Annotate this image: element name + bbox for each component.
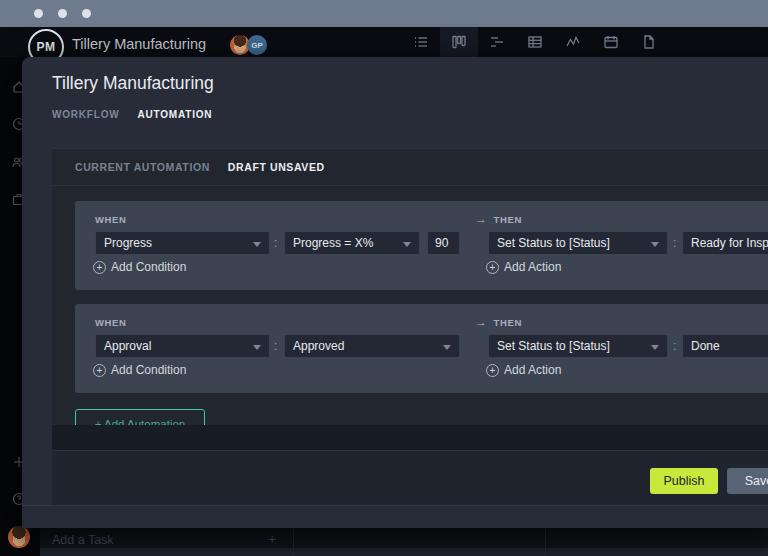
window-title-bar [0,0,768,27]
user-initials-avatar[interactable]: GP [247,35,267,55]
plus-circle-icon: + [93,364,106,377]
modal-tab-bar: WORKFLOW AUTOMATION [52,109,212,120]
add-condition-label: Add Condition [111,260,186,274]
column-divider [293,528,294,556]
then-label: → THEN [475,212,522,226]
automation-tab-bar: CURRENT AUTOMATION DRAFT UNSAVED [52,148,768,185]
action-value-dropdown[interactable]: Ready for Inspec [682,231,768,255]
window-control-dot[interactable] [34,9,43,18]
arrow-right-icon: → [475,315,488,329]
dropdown-value: Set Status to [Status] [497,236,626,250]
dropdown-value: Progress = X% [293,236,389,250]
tab-current-automation[interactable]: CURRENT AUTOMATION [75,161,210,173]
tab-automation[interactable]: AUTOMATION [138,109,213,120]
add-action-label: Add Action [504,363,561,377]
trigger-field-dropdown[interactable]: Approval [95,334,270,358]
trigger-condition-dropdown[interactable]: Approved [284,334,460,358]
chevron-down-icon [253,345,261,350]
automation-rule-card: WHEN Progress : Progress = X% + Add Cond… [75,201,768,290]
add-action-button[interactable]: + Add Action [486,363,561,377]
add-condition-button[interactable]: + Add Condition [93,260,186,274]
modal-bottom-strip [22,505,768,528]
when-label: WHEN [95,214,126,225]
dropdown-value: Approved [293,339,360,353]
publish-button[interactable]: Publish [650,468,718,494]
board-view-icon[interactable] [440,27,478,57]
action-type-dropdown[interactable]: Set Status to [Status] [488,231,668,255]
action-type-dropdown[interactable]: Set Status to [Status] [488,334,668,358]
separator: : [274,334,277,358]
files-icon[interactable] [630,27,668,57]
dropdown-value: Ready for Inspec [691,236,768,250]
dropdown-value: Set Status to [Status] [497,339,626,353]
dropdown-value: Done [691,339,736,353]
chevron-down-icon [253,242,261,247]
add-task-plus-icon[interactable]: + [268,531,276,547]
tab-workflow[interactable]: WORKFLOW [52,109,120,120]
when-label: WHEN [95,317,126,328]
then-text: THEN [494,214,522,225]
chevron-down-icon [651,242,659,247]
profile-avatar[interactable] [8,526,30,548]
window-control-dot[interactable] [82,9,91,18]
action-value-dropdown[interactable]: Done [682,334,768,358]
separator: : [673,231,676,255]
modal-footer: Publish Save [52,450,768,505]
add-task-button[interactable]: Add a Task [52,533,114,547]
save-button[interactable]: Save [727,468,768,494]
project-title-header: Tillery Manufacturing [72,36,206,52]
calendar-view-icon[interactable] [592,27,630,57]
arrow-right-icon: → [475,212,488,226]
add-action-label: Add Action [504,260,561,274]
then-text: THEN [494,317,522,328]
add-automation-button[interactable]: + Add Automation [75,409,205,425]
trigger-value-input[interactable] [427,231,460,255]
window-control-dot[interactable] [58,9,67,18]
add-condition-button[interactable]: + Add Condition [93,363,186,377]
table-view-icon[interactable] [516,27,554,57]
trigger-condition-dropdown[interactable]: Progress = X% [284,231,420,255]
plus-circle-icon: + [93,261,106,274]
dropdown-value: Progress [104,236,168,250]
add-condition-label: Add Condition [111,363,186,377]
trigger-field-dropdown[interactable]: Progress [95,231,270,255]
avatar-initials: GP [251,41,263,50]
automation-rules-panel: WHEN Progress : Progress = X% + Add Cond… [52,185,768,425]
gantt-view-icon[interactable] [478,27,516,57]
screen: PM Tillery Manufacturing GP [0,0,768,556]
add-action-button[interactable]: + Add Action [486,260,561,274]
chevron-down-icon [403,242,411,247]
board-background: Add a Task + [40,528,768,556]
separator: : [274,231,277,255]
view-switcher [402,27,668,57]
tab-draft-unsaved[interactable]: DRAFT UNSAVED [228,161,325,173]
dropdown-value: Approval [104,339,167,353]
column-divider [545,528,546,556]
panel-bottom-strip [52,425,768,450]
modal-title: Tillery Manufacturing [52,73,214,94]
automation-rule-card: WHEN Approval : Approved + Add Condition… [75,304,768,393]
separator: : [673,334,676,358]
then-label: → THEN [475,315,522,329]
list-view-icon[interactable] [402,27,440,57]
plus-circle-icon: + [486,364,499,377]
chevron-down-icon [651,345,659,350]
pm-logo-text: PM [37,40,56,54]
board-card-strip [40,548,768,556]
reports-icon[interactable] [554,27,592,57]
plus-circle-icon: + [486,261,499,274]
chevron-down-icon [443,345,451,350]
